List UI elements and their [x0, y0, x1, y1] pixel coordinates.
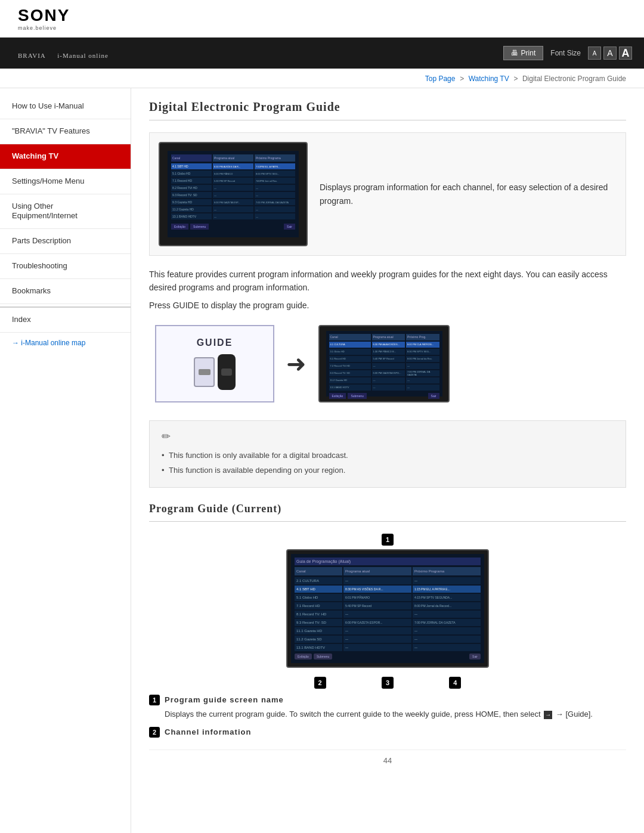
breadcrumb: Top Page > Watching TV > Digital Electro… [0, 69, 644, 88]
item2-title: Channel information [165, 727, 251, 736]
sidebar-item-other-equipment[interactable]: Using Other Equipment/Internet [0, 194, 131, 230]
tv-screenshot-guide: Canal Programa atual Próximo Prog. 4.1 C… [318, 325, 450, 402]
badge-3: 3 [382, 677, 394, 689]
tv-screen-small: Canal Programa atual Próximo Prog. 4.1 C… [326, 331, 442, 397]
item1-heading: 1 Program guide screen name [149, 695, 626, 705]
font-medium-button[interactable]: A [603, 47, 617, 60]
pg-screen: Guia de Programação (Atual) Canal Progra… [291, 554, 484, 663]
item2-number: 2 [149, 727, 160, 738]
sidebar-item-index[interactable]: Index [0, 306, 131, 333]
bravia-logo: BRAVIA i-Manual online [12, 44, 109, 62]
sidebar-map-link[interactable]: → i-Manual online map [0, 333, 131, 353]
font-size-controls: A A A [588, 47, 632, 60]
sidebar-item-settings[interactable]: Settings/Home Menu [0, 169, 131, 194]
item2-heading: 2 Channel information [149, 727, 626, 738]
main-layout: How to Use i-Manual "BRAVIA" TV Features… [0, 88, 644, 833]
guide-illustration: GUIDE ➜ Canal Programa atual Próximo [149, 319, 626, 408]
guide-box: GUIDE [155, 325, 274, 402]
arrow-symbol: → [544, 711, 552, 719]
print-icon: 🖶 [511, 49, 518, 57]
sony-tagline: make.believe [18, 25, 57, 31]
breadcrumb-watching-tv[interactable]: Watching TV [469, 75, 509, 83]
badge-1: 1 [382, 534, 394, 546]
remote-button [221, 368, 232, 376]
item1-desc: Displays the current program guide. To s… [149, 708, 626, 721]
bravia-left: BRAVIA i-Manual online [12, 44, 109, 62]
tv-screen-inner: Canal Programa atual Próximo Programa 4.… [168, 151, 299, 237]
map-link-text: → i-Manual online map [12, 339, 85, 347]
intro-block: Canal Programa atual Próximo Programa 4.… [149, 132, 626, 256]
arrow-right-icon: ➜ [286, 350, 306, 377]
sony-logo: SONY make.believe [18, 6, 70, 31]
sidebar-item-parts-description[interactable]: Parts Description [0, 229, 131, 254]
badge-2: 2 [314, 677, 326, 689]
sidebar-item-bookmarks[interactable]: Bookmarks [0, 279, 131, 304]
program-guide-image: Guia de Programação (Atual) Canal Progra… [286, 549, 489, 668]
item1-number: 1 [149, 695, 160, 705]
bravia-bar: BRAVIA i-Manual online 🖶 Print Font Size… [0, 38, 644, 69]
tv-screenshot-intro: Canal Programa atual Próximo Programa 4.… [159, 142, 308, 246]
badge-bottom: 2 3 4 [286, 677, 489, 689]
page-number: 44 [149, 750, 626, 771]
program-guide-container: 1 Guia de Programação (Atual) Canal Prog… [149, 534, 626, 689]
item1-title: Program guide screen name [165, 695, 284, 704]
page-title: Digital Electronic Program Guide [149, 100, 626, 120]
section2-title: Program Guide (Current) [149, 503, 626, 522]
body-text: This feature provides current program in… [149, 268, 626, 295]
sidebar-item-watching-tv[interactable]: Watching TV [0, 144, 131, 169]
top-header: SONY make.believe [0, 0, 644, 38]
notes-box: ✏ This function is only available for a … [149, 420, 626, 488]
breadcrumb-top-page[interactable]: Top Page [425, 75, 456, 83]
note-item-2: This function is available depending on … [162, 463, 614, 478]
remote-shape [218, 354, 236, 390]
sony-wordmark: SONY [18, 6, 70, 25]
guide-label: GUIDE [197, 337, 233, 348]
intro-text: Displays program information for each ch… [320, 142, 617, 246]
badge-4: 4 [449, 677, 461, 689]
sidebar-item-troubleshooting[interactable]: Troubleshooting [0, 254, 131, 279]
note-icon: ✏ [162, 430, 614, 443]
print-button[interactable]: 🖶 Print [503, 46, 544, 60]
sidebar-item-bravia-features[interactable]: "BRAVIA" TV Features [0, 119, 131, 144]
note-item-1: This function is only available for a di… [162, 448, 614, 463]
sidebar: How to Use i-Manual "BRAVIA" TV Features… [0, 88, 131, 833]
breadcrumb-current: Digital Electronic Program Guide [522, 75, 626, 83]
badge-top: 1 [286, 534, 489, 546]
press-guide-text: Press GUIDE to display the program guide… [149, 301, 626, 310]
content-area: Digital Electronic Program Guide Canal P… [131, 88, 644, 833]
font-small-button[interactable]: A [588, 47, 601, 60]
bravia-right: 🖶 Print Font Size A A A [503, 46, 632, 60]
sidebar-item-how-to-use[interactable]: How to Use i-Manual [0, 94, 131, 119]
font-large-button[interactable]: A [619, 47, 632, 60]
manual-label: i-Manual online [57, 52, 109, 59]
font-size-label: Font Size [550, 49, 581, 57]
program-guide-image-wrapper: 1 Guia de Programação (Atual) Canal Prog… [286, 534, 489, 689]
